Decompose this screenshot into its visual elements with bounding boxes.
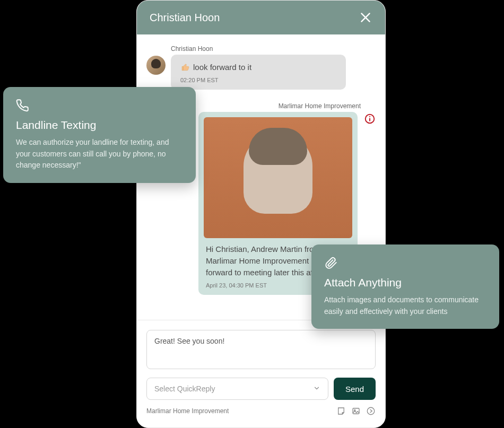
svg-point-4 xyxy=(369,116,370,117)
chat-title: Christian Hoon xyxy=(150,12,220,24)
message-image xyxy=(204,117,352,238)
compose-input[interactable] xyxy=(146,330,376,369)
thumbs-up-icon xyxy=(180,62,190,72)
image-icon[interactable] xyxy=(351,406,361,416)
send-arrow-icon[interactable] xyxy=(366,406,376,416)
chat-header: Christian Hoon xyxy=(137,1,385,34)
compose-area: Select QuickReply Send Marlimar Home Imp… xyxy=(137,320,385,425)
message-bubble-incoming: look forward to it 02:20 PM EST xyxy=(171,55,346,90)
message-incoming: Christian Hoon look forward to it 02:20 … xyxy=(146,45,376,90)
compose-footer-label: Marlimar Home Improvement xyxy=(146,407,229,415)
avatar xyxy=(146,56,166,75)
send-button[interactable]: Send xyxy=(334,378,376,400)
svg-rect-5 xyxy=(353,408,359,414)
svg-point-7 xyxy=(367,407,375,415)
message-timestamp: 02:20 PM EST xyxy=(180,77,336,83)
paperclip-icon xyxy=(324,256,338,270)
promo-card-landline: Landline Texting We can authorize your l… xyxy=(3,87,196,183)
promo-body: We can authorize your landline for texti… xyxy=(16,137,183,171)
chevron-down-icon xyxy=(313,385,320,394)
sender-label: Christian Hoon xyxy=(171,45,376,53)
note-icon[interactable] xyxy=(336,406,346,416)
close-icon[interactable] xyxy=(359,11,372,24)
message-text: look forward to it xyxy=(193,63,251,72)
chat-window: Christian Hoon Christian Hoon look forwa… xyxy=(136,0,386,428)
promo-card-attach: Attach Anything Attach images and docume… xyxy=(311,244,499,329)
promo-body: Attach images and documents to communica… xyxy=(324,294,486,317)
info-icon[interactable] xyxy=(364,113,376,125)
phone-icon xyxy=(16,99,30,112)
quickreply-select[interactable]: Select QuickReply xyxy=(146,378,328,400)
promo-title: Landline Texting xyxy=(16,119,183,132)
quickreply-placeholder: Select QuickReply xyxy=(154,385,215,393)
promo-title: Attach Anything xyxy=(324,276,486,289)
